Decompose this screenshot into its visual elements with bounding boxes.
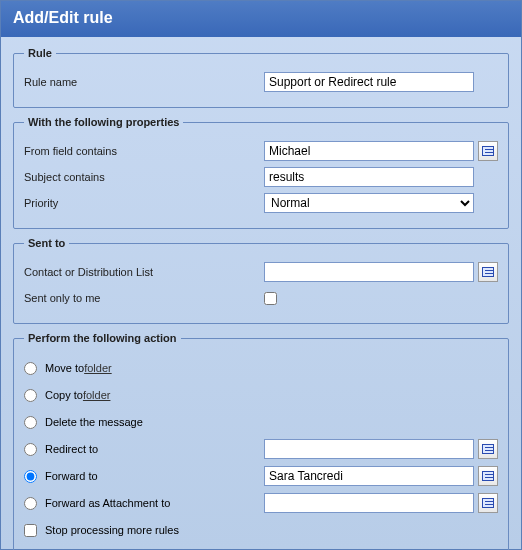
- delete-label: Delete the message: [45, 416, 143, 428]
- delete-radio[interactable]: [24, 416, 37, 429]
- forward-attachment-input[interactable]: [264, 493, 474, 513]
- forward-attachment-picker-button[interactable]: [478, 493, 498, 513]
- copy-prefix: Copy to: [45, 389, 83, 401]
- contact-input[interactable]: [264, 262, 474, 282]
- dialog-title: Add/Edit rule: [1, 1, 521, 37]
- forward-picker-button[interactable]: [478, 466, 498, 486]
- card-icon: [482, 471, 494, 481]
- sent-to-legend: Sent to: [24, 237, 69, 249]
- subject-input[interactable]: [264, 167, 474, 187]
- forward-radio[interactable]: [24, 470, 37, 483]
- card-icon: [482, 498, 494, 508]
- rule-name-label: Rule name: [24, 76, 264, 88]
- action-legend: Perform the following action: [24, 332, 181, 344]
- card-icon: [482, 146, 494, 156]
- move-folder-link[interactable]: folder: [84, 362, 112, 374]
- contact-picker-button[interactable]: [478, 262, 498, 282]
- move-prefix: Move to: [45, 362, 84, 374]
- stop-processing-label: Stop processing more rules: [45, 524, 179, 536]
- add-edit-rule-dialog: Add/Edit rule Rule Rule name With the fo…: [0, 0, 522, 550]
- only-me-checkbox[interactable]: [264, 292, 277, 305]
- move-to-radio[interactable]: [24, 362, 37, 375]
- dialog-content: Rule Rule name With the following proper…: [1, 37, 521, 550]
- from-picker-button[interactable]: [478, 141, 498, 161]
- forward-attachment-radio[interactable]: [24, 497, 37, 510]
- redirect-input[interactable]: [264, 439, 474, 459]
- priority-label: Priority: [24, 197, 264, 209]
- contact-label: Contact or Distribution List: [24, 266, 264, 278]
- from-input[interactable]: [264, 141, 474, 161]
- priority-select[interactable]: Normal: [264, 193, 474, 213]
- copy-to-radio[interactable]: [24, 389, 37, 402]
- forward-input[interactable]: [264, 466, 474, 486]
- subject-label: Subject contains: [24, 171, 264, 183]
- redirect-picker-button[interactable]: [478, 439, 498, 459]
- card-icon: [482, 267, 494, 277]
- redirect-label: Redirect to: [45, 443, 98, 455]
- redirect-radio[interactable]: [24, 443, 37, 456]
- forward-label: Forward to: [45, 470, 98, 482]
- only-me-label: Sent only to me: [24, 292, 264, 304]
- properties-legend: With the following properties: [24, 116, 183, 128]
- rule-name-input[interactable]: [264, 72, 474, 92]
- forward-attachment-label: Forward as Attachment to: [45, 497, 170, 509]
- copy-folder-link[interactable]: folder: [83, 389, 111, 401]
- stop-processing-checkbox[interactable]: [24, 524, 37, 537]
- sent-to-fieldset: Sent to Contact or Distribution List Sen…: [13, 237, 509, 324]
- from-label: From field contains: [24, 145, 264, 157]
- rule-legend: Rule: [24, 47, 56, 59]
- action-fieldset: Perform the following action Move to fol…: [13, 332, 509, 550]
- rule-fieldset: Rule Rule name: [13, 47, 509, 108]
- properties-fieldset: With the following properties From field…: [13, 116, 509, 229]
- card-icon: [482, 444, 494, 454]
